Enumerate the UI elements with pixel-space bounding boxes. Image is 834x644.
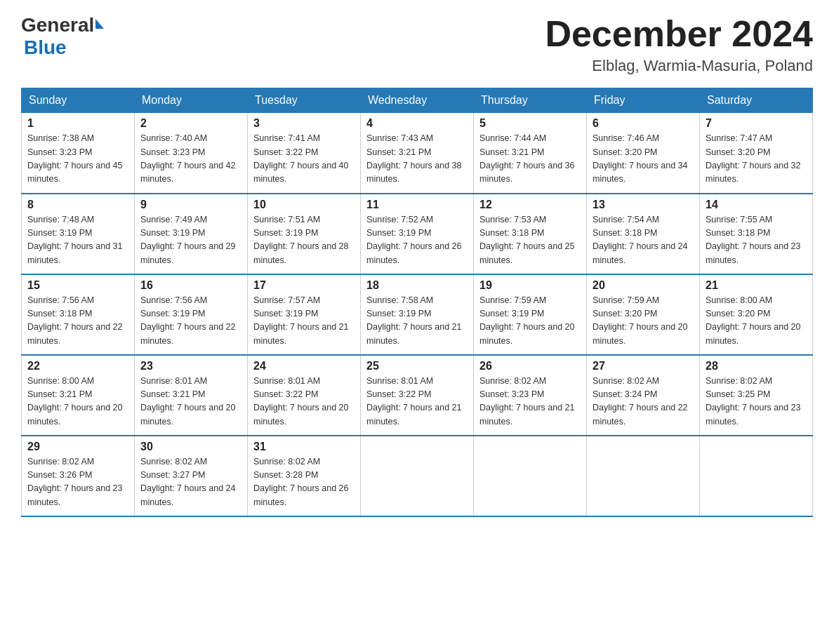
table-row: 14Sunrise: 7:55 AMSunset: 3:18 PMDayligh… (700, 194, 813, 274)
table-row (587, 436, 700, 516)
day-number: 11 (366, 199, 468, 211)
day-number: 14 (706, 199, 807, 211)
day-number: 10 (253, 199, 355, 211)
day-number: 23 (140, 360, 241, 373)
day-info: Sunrise: 8:01 AMSunset: 3:22 PMDaylight:… (253, 375, 355, 429)
day-number: 3 (253, 117, 355, 130)
header-friday: Friday (587, 88, 700, 113)
day-number: 27 (593, 360, 694, 373)
table-row: 9Sunrise: 7:49 AMSunset: 3:19 PMDaylight… (135, 194, 248, 274)
day-number: 22 (27, 360, 128, 373)
table-row: 8Sunrise: 7:48 AMSunset: 3:19 PMDaylight… (22, 194, 135, 274)
table-row: 26Sunrise: 8:02 AMSunset: 3:23 PMDayligh… (474, 355, 587, 436)
day-info: Sunrise: 7:46 AMSunset: 3:20 PMDaylight:… (593, 132, 694, 187)
calendar-week-row: 1Sunrise: 7:38 AMSunset: 3:23 PMDaylight… (22, 113, 813, 194)
day-info: Sunrise: 8:01 AMSunset: 3:22 PMDaylight:… (366, 375, 468, 429)
table-row: 3Sunrise: 7:41 AMSunset: 3:22 PMDaylight… (248, 113, 361, 194)
calendar-week-row: 15Sunrise: 7:56 AMSunset: 3:18 PMDayligh… (22, 274, 813, 355)
table-row: 24Sunrise: 8:01 AMSunset: 3:22 PMDayligh… (248, 355, 361, 436)
table-row: 6Sunrise: 7:46 AMSunset: 3:20 PMDaylight… (587, 113, 700, 194)
table-row: 19Sunrise: 7:59 AMSunset: 3:19 PMDayligh… (474, 274, 587, 355)
table-row: 27Sunrise: 8:02 AMSunset: 3:24 PMDayligh… (587, 355, 700, 436)
day-info: Sunrise: 7:54 AMSunset: 3:18 PMDaylight:… (593, 213, 694, 268)
table-row: 30Sunrise: 8:02 AMSunset: 3:27 PMDayligh… (135, 436, 248, 516)
day-number: 9 (140, 199, 241, 211)
day-number: 4 (366, 117, 468, 130)
day-info: Sunrise: 7:51 AMSunset: 3:19 PMDaylight:… (253, 213, 355, 268)
day-info: Sunrise: 7:47 AMSunset: 3:20 PMDaylight:… (706, 132, 807, 187)
day-number: 13 (593, 199, 694, 211)
table-row: 17Sunrise: 7:57 AMSunset: 3:19 PMDayligh… (248, 274, 361, 355)
day-info: Sunrise: 7:58 AMSunset: 3:19 PMDaylight:… (366, 294, 468, 349)
day-info: Sunrise: 7:52 AMSunset: 3:19 PMDaylight:… (366, 213, 468, 268)
table-row (474, 436, 587, 516)
day-number: 30 (140, 441, 241, 453)
page-header: General Blue December 2024 Elblag, Warmi… (21, 14, 813, 75)
table-row: 2Sunrise: 7:40 AMSunset: 3:23 PMDaylight… (135, 113, 248, 194)
day-number: 6 (593, 117, 694, 130)
day-info: Sunrise: 8:02 AMSunset: 3:26 PMDaylight:… (27, 455, 128, 510)
logo: General Blue (21, 14, 104, 59)
day-info: Sunrise: 8:00 AMSunset: 3:21 PMDaylight:… (27, 375, 128, 429)
day-info: Sunrise: 7:53 AMSunset: 3:18 PMDaylight:… (479, 213, 581, 268)
calendar-table: Sunday Monday Tuesday Wednesday Thursday… (21, 88, 813, 517)
day-number: 16 (140, 279, 241, 292)
day-info: Sunrise: 8:02 AMSunset: 3:28 PMDaylight:… (253, 455, 355, 510)
day-number: 17 (253, 279, 355, 292)
day-info: Sunrise: 7:56 AMSunset: 3:19 PMDaylight:… (140, 294, 241, 349)
day-info: Sunrise: 7:40 AMSunset: 3:23 PMDaylight:… (140, 132, 241, 187)
table-row: 15Sunrise: 7:56 AMSunset: 3:18 PMDayligh… (22, 274, 135, 355)
title-area: December 2024 Elblag, Warmia-Masuria, Po… (545, 14, 813, 75)
calendar-week-row: 22Sunrise: 8:00 AMSunset: 3:21 PMDayligh… (22, 355, 813, 436)
day-number: 25 (366, 360, 468, 373)
month-title: December 2024 (545, 14, 813, 54)
day-info: Sunrise: 8:02 AMSunset: 3:25 PMDaylight:… (706, 375, 807, 429)
day-info: Sunrise: 8:01 AMSunset: 3:21 PMDaylight:… (140, 375, 241, 429)
day-info: Sunrise: 8:02 AMSunset: 3:24 PMDaylight:… (593, 375, 694, 429)
table-row: 25Sunrise: 8:01 AMSunset: 3:22 PMDayligh… (361, 355, 474, 436)
table-row: 22Sunrise: 8:00 AMSunset: 3:21 PMDayligh… (22, 355, 135, 436)
day-number: 18 (366, 279, 468, 292)
day-info: Sunrise: 7:49 AMSunset: 3:19 PMDaylight:… (140, 213, 241, 268)
logo-general-text: General (21, 14, 94, 36)
table-row: 20Sunrise: 7:59 AMSunset: 3:20 PMDayligh… (587, 274, 700, 355)
day-info: Sunrise: 7:41 AMSunset: 3:22 PMDaylight:… (253, 132, 355, 187)
table-row: 10Sunrise: 7:51 AMSunset: 3:19 PMDayligh… (248, 194, 361, 274)
table-row: 13Sunrise: 7:54 AMSunset: 3:18 PMDayligh… (587, 194, 700, 274)
table-row: 7Sunrise: 7:47 AMSunset: 3:20 PMDaylight… (700, 113, 813, 194)
table-row: 28Sunrise: 8:02 AMSunset: 3:25 PMDayligh… (700, 355, 813, 436)
day-number: 19 (479, 279, 581, 292)
day-number: 21 (706, 279, 807, 292)
table-row: 18Sunrise: 7:58 AMSunset: 3:19 PMDayligh… (361, 274, 474, 355)
day-info: Sunrise: 7:59 AMSunset: 3:20 PMDaylight:… (593, 294, 694, 349)
table-row: 11Sunrise: 7:52 AMSunset: 3:19 PMDayligh… (361, 194, 474, 274)
header-saturday: Saturday (700, 88, 813, 113)
location-subtitle: Elblag, Warmia-Masuria, Poland (545, 57, 813, 75)
table-row: 31Sunrise: 8:02 AMSunset: 3:28 PMDayligh… (248, 436, 361, 516)
day-number: 29 (27, 441, 128, 453)
day-info: Sunrise: 8:02 AMSunset: 3:27 PMDaylight:… (140, 455, 241, 510)
day-info: Sunrise: 7:59 AMSunset: 3:19 PMDaylight:… (479, 294, 581, 349)
day-info: Sunrise: 7:56 AMSunset: 3:18 PMDaylight:… (27, 294, 128, 349)
table-row: 23Sunrise: 8:01 AMSunset: 3:21 PMDayligh… (135, 355, 248, 436)
day-number: 28 (706, 360, 807, 373)
header-thursday: Thursday (474, 88, 587, 113)
day-info: Sunrise: 7:43 AMSunset: 3:21 PMDaylight:… (366, 132, 468, 187)
table-row: 1Sunrise: 7:38 AMSunset: 3:23 PMDaylight… (22, 113, 135, 194)
day-info: Sunrise: 7:38 AMSunset: 3:23 PMDaylight:… (27, 132, 128, 187)
day-number: 31 (253, 441, 355, 453)
day-info: Sunrise: 7:55 AMSunset: 3:18 PMDaylight:… (706, 213, 807, 268)
table-row: 12Sunrise: 7:53 AMSunset: 3:18 PMDayligh… (474, 194, 587, 274)
day-info: Sunrise: 8:00 AMSunset: 3:20 PMDaylight:… (706, 294, 807, 349)
day-info: Sunrise: 7:48 AMSunset: 3:19 PMDaylight:… (27, 213, 128, 268)
day-info: Sunrise: 8:02 AMSunset: 3:23 PMDaylight:… (479, 375, 581, 429)
day-number: 1 (27, 117, 128, 130)
table-row (361, 436, 474, 516)
calendar-header-row: Sunday Monday Tuesday Wednesday Thursday… (22, 88, 813, 113)
header-tuesday: Tuesday (248, 88, 361, 113)
table-row: 4Sunrise: 7:43 AMSunset: 3:21 PMDaylight… (361, 113, 474, 194)
table-row (700, 436, 813, 516)
header-monday: Monday (135, 88, 248, 113)
calendar-week-row: 8Sunrise: 7:48 AMSunset: 3:19 PMDaylight… (22, 194, 813, 274)
day-number: 7 (706, 117, 807, 130)
